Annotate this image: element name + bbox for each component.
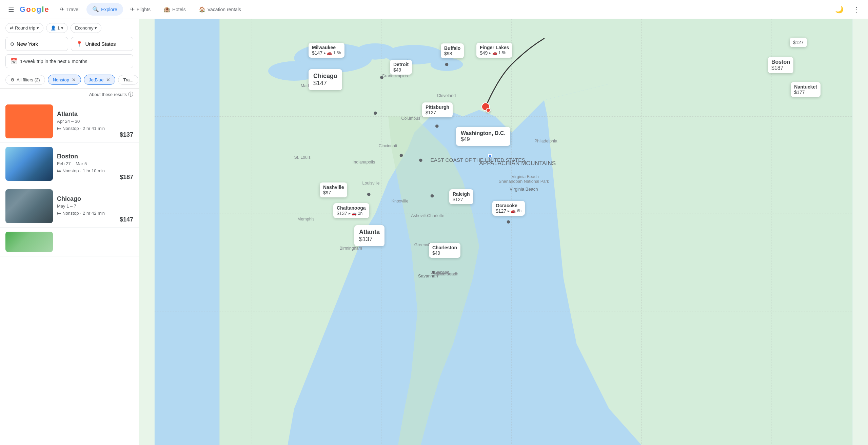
flight-type-atlanta: Nonstop <box>62 126 79 131</box>
map-label-detroit[interactable]: Detroit $49 <box>390 60 412 75</box>
svg-point-22 <box>419 159 422 162</box>
map-label-boston[interactable]: Boston $187 <box>768 57 793 73</box>
svg-point-19 <box>435 124 439 128</box>
theme-toggle-icon[interactable]: 🌙 <box>832 3 846 16</box>
flight-duration-boston: 1 hr 10 min <box>83 168 105 173</box>
result-card-boston[interactable]: Boston Feb 27 – Mar 5 🛏 Nonstop · 1 hr 1… <box>0 143 139 185</box>
result-card-chicago[interactable]: Chicago May 1 – 7 🛏 Nonstop · 2 hr 42 mi… <box>0 185 139 228</box>
flights-icon: ✈ <box>130 6 135 13</box>
flight-sep-boston: · <box>80 168 81 173</box>
origin-dot-icon <box>11 42 14 46</box>
map-label-chattanooga[interactable]: Chattanooga $137 ▸ 🚗 2h <box>333 203 369 218</box>
origin-input[interactable]: New York <box>5 37 68 51</box>
map-city-atlanta: Atlanta <box>359 229 380 236</box>
svg-text:St. Louis: St. Louis <box>294 155 311 160</box>
hamburger-menu-icon[interactable]: ☰ <box>5 3 17 16</box>
tab-flights[interactable]: ✈ Flights <box>124 3 156 16</box>
map-price-chicago: $147 <box>313 80 327 86</box>
map-area[interactable]: APPALACHIAN MOUNTAINS EAST COAST OF THE … <box>139 19 868 445</box>
filter-icon: ⚙ <box>11 77 15 82</box>
map-label-ocracoke[interactable]: Ocracoke $127 ▸ 🚗 6h <box>492 201 525 216</box>
nonstop-filter-button[interactable]: Nonstop ✕ <box>48 75 81 85</box>
map-label-chicago[interactable]: Chicago $147 <box>309 69 342 90</box>
map-city-nashville: Nashville <box>323 185 344 190</box>
svg-text:Louisville: Louisville <box>362 181 380 186</box>
map-label-washington[interactable]: Washington, D.C. $49 <box>456 127 510 146</box>
origin-marker <box>486 108 491 113</box>
map-label-charleston[interactable]: Charleston $49 <box>429 243 460 258</box>
map-label-nashville[interactable]: Nashville $97 <box>320 182 347 197</box>
svg-text:Columbus: Columbus <box>401 116 420 121</box>
result-card-atlanta[interactable]: Atlanta Apr 24 – 30 🛏 Nonstop · 2 hr 41 … <box>0 100 139 143</box>
google-logo: Google <box>20 5 49 14</box>
svg-point-27 <box>507 220 510 224</box>
tab-travel[interactable]: ✈ Travel <box>54 3 85 16</box>
map-city-charleston: Charleston <box>432 245 457 250</box>
tab-hotels[interactable]: 🏨 Hotels <box>158 3 192 16</box>
passengers-label: 1 <box>57 25 60 31</box>
more-options-icon[interactable]: ⋮ <box>850 3 863 16</box>
trip-type-selector[interactable]: ⇄ Round trip ▾ <box>5 23 43 33</box>
origin-text: New York <box>17 41 38 47</box>
result-price-boston: $187 <box>120 174 133 181</box>
flight-sep-chicago: · <box>80 211 81 216</box>
all-filters-button[interactable]: ⚙ All filters (2) <box>5 75 45 85</box>
date-selector[interactable]: 📅 1-week trip in the next 6 months <box>5 54 133 68</box>
nonstop-close-icon[interactable]: ✕ <box>72 77 76 82</box>
tab-vacation[interactable]: 🏠 Vacation rentals <box>193 3 247 16</box>
result-dates-chicago: May 1 – 7 <box>57 204 116 209</box>
jetblue-close-icon[interactable]: ✕ <box>106 77 110 82</box>
map-label-finger-lakes[interactable]: Finger Lakes $49 ▸ 🚗 1.5h <box>476 43 512 58</box>
result-image-chicago <box>5 189 53 223</box>
map-city-raleigh: Raleigh <box>453 191 470 197</box>
tab-hotels-label: Hotels <box>172 7 186 12</box>
map-label-atlanta[interactable]: Atlanta $137 <box>354 225 384 246</box>
svg-text:Charlotte: Charlotte <box>427 213 445 218</box>
cabin-selector[interactable]: Economy ▾ <box>71 23 101 33</box>
location-row: New York 📍 United States <box>5 37 133 51</box>
vacation-icon: 🏠 <box>199 6 205 13</box>
map-label-pittsburgh[interactable]: Pittsburgh $127 <box>422 102 453 117</box>
result-card-extra[interactable] <box>0 228 139 256</box>
tab-explore[interactable]: 🔍 Explore <box>86 3 123 16</box>
passengers-selector[interactable]: 👤 1 ▾ <box>46 23 68 33</box>
result-dates-atlanta: Apr 24 – 30 <box>57 119 116 124</box>
svg-point-25 <box>431 194 434 198</box>
result-flight-boston: 🛏 Nonstop · 1 hr 10 min <box>57 168 116 173</box>
all-filters-label: All filters (2) <box>17 77 40 82</box>
flight-type-icon-boston: 🛏 <box>57 169 61 173</box>
map-label-milwaukee[interactable]: Milwaukee $147 ▸ 🚗 1.5h <box>309 43 344 58</box>
result-price-chicago: $147 <box>120 216 133 223</box>
flight-type-chicago: Nonstop <box>62 211 79 216</box>
map-travel-finger-lakes: ▸ 🚗 1.5h <box>489 51 506 55</box>
map-city-finger-lakes: Finger Lakes <box>480 45 509 50</box>
map-price-finger-lakes: $49 <box>480 50 488 56</box>
svg-text:Memphis: Memphis <box>297 217 314 221</box>
svg-text:Indianapolis: Indianapolis <box>353 160 375 165</box>
more-filters-button[interactable]: Tra... <box>118 75 138 85</box>
tab-explore-label: Explore <box>101 7 117 12</box>
map-city-buffalo: Buffalo <box>444 45 460 51</box>
destination-input[interactable]: 📍 United States <box>71 37 134 51</box>
hotels-icon: 🏨 <box>163 6 170 13</box>
svg-text:Cleveland: Cleveland <box>437 93 456 98</box>
map-city-milwaukee: Milwaukee <box>312 45 341 50</box>
result-image-atlanta <box>5 104 53 138</box>
result-city-boston: Boston <box>57 153 116 160</box>
cabin-arrow: ▾ <box>95 25 97 31</box>
info-icon[interactable]: ⓘ <box>128 91 133 98</box>
svg-text:Virginia Beach: Virginia Beach <box>512 174 539 179</box>
sidebar: ⇄ Round trip ▾ 👤 1 ▾ Economy ▾ New York <box>0 19 139 445</box>
map-price-nantucket: $177 <box>794 90 805 95</box>
tab-travel-label: Travel <box>66 7 79 12</box>
jetblue-filter-button[interactable]: JetBlue ✕ <box>84 75 115 85</box>
map-label-top-right[interactable]: $127 <box>790 38 807 47</box>
svg-text:Cincinnati: Cincinnati <box>378 143 397 148</box>
map-label-nantucket[interactable]: Nantucket $177 <box>791 82 821 97</box>
main-content: ⇄ Round trip ▾ 👤 1 ▾ Economy ▾ New York <box>0 19 868 445</box>
search-controls: ⇄ Round trip ▾ 👤 1 ▾ Economy ▾ New York <box>0 19 139 71</box>
map-label-buffalo[interactable]: Buffalo $98 <box>441 43 464 58</box>
map-label-raleigh[interactable]: Raleigh $127 <box>449 189 473 204</box>
flight-type-boston: Nonstop <box>62 168 79 173</box>
map-city-detroit: Detroit <box>393 62 409 67</box>
